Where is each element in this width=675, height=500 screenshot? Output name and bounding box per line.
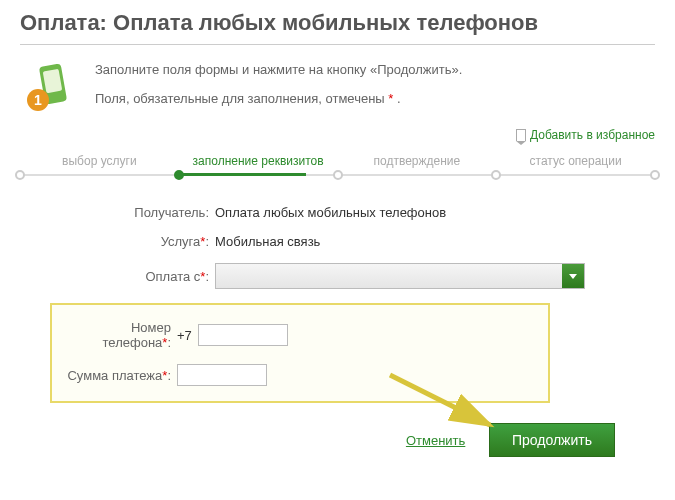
progress-steps: выбор услуги заполнение реквизитов подтв… xyxy=(20,154,655,180)
amount-label: Сумма платежа*: xyxy=(62,368,177,383)
continue-button[interactable]: Продолжить xyxy=(489,423,615,457)
payfrom-select[interactable] xyxy=(215,263,585,289)
recipient-label: Получатель: xyxy=(100,205,215,220)
highlighted-fields: Номер телефона*: +7 Сумма платежа*: xyxy=(50,303,550,403)
bookmark-icon xyxy=(516,129,526,141)
payfrom-label: Оплата с*: xyxy=(100,269,215,284)
phone-label: Номер телефона*: xyxy=(62,320,177,350)
step-fill-details: заполнение реквизитов xyxy=(179,154,338,180)
step-confirm: подтверждение xyxy=(338,154,497,180)
amount-input[interactable] xyxy=(177,364,267,386)
instruction-line1: Заполните поля формы и нажмите на кнопку… xyxy=(95,60,655,81)
add-favorite-link[interactable]: Добавить в избранное xyxy=(516,128,655,142)
phone-prefix: +7 xyxy=(177,328,192,343)
service-label: Услуга*: xyxy=(100,234,215,249)
service-value: Мобильная связь xyxy=(215,234,320,249)
cancel-link[interactable]: Отменить xyxy=(406,433,465,448)
page-title: Оплата: Оплата любых мобильных телефонов xyxy=(20,10,655,45)
payment-form: Получатель: Оплата любых мобильных телеф… xyxy=(20,205,655,403)
chevron-down-icon xyxy=(562,264,584,288)
recipient-value: Оплата любых мобильных телефонов xyxy=(215,205,446,220)
step-select-service: выбор услуги xyxy=(20,154,179,180)
instruction-line2: Поля, обязательные для заполнения, отмеч… xyxy=(95,89,655,110)
instructions: Заполните поля формы и нажмите на кнопку… xyxy=(95,60,655,118)
form-actions: Отменить Продолжить xyxy=(20,423,655,457)
svg-text:1: 1 xyxy=(34,92,42,108)
phone-payment-icon: 1 xyxy=(20,60,80,118)
header-row: 1 Заполните поля формы и нажмите на кноп… xyxy=(20,60,655,118)
phone-input[interactable] xyxy=(198,324,288,346)
step-status: статус операции xyxy=(496,154,655,180)
